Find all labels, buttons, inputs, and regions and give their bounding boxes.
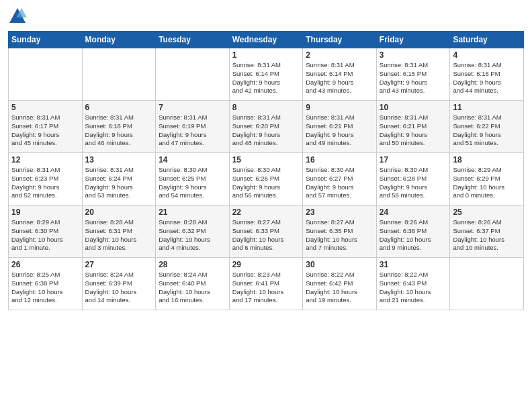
day-info: Sunrise: 8:31 AM Sunset: 6:14 PM Dayligh…	[306, 61, 373, 95]
day-info: Sunrise: 8:22 AM Sunset: 6:42 PM Dayligh…	[306, 271, 373, 305]
calendar-cell: 9Sunrise: 8:31 AM Sunset: 6:21 PM Daylig…	[303, 101, 377, 153]
calendar-cell: 10Sunrise: 8:31 AM Sunset: 6:21 PM Dayli…	[376, 101, 450, 153]
calendar-cell: 30Sunrise: 8:22 AM Sunset: 6:42 PM Dayli…	[303, 258, 377, 310]
week-row-0: 1Sunrise: 8:31 AM Sunset: 6:14 PM Daylig…	[9, 48, 524, 101]
logo	[8, 7, 30, 26]
day-number: 13	[85, 155, 153, 165]
day-info: Sunrise: 8:28 AM Sunset: 6:32 PM Dayligh…	[159, 218, 226, 253]
calendar-cell: 4Sunrise: 8:31 AM Sunset: 6:16 PM Daylig…	[450, 48, 524, 101]
calendar: SundayMondayTuesdayWednesdayThursdayFrid…	[8, 31, 524, 310]
day-info: Sunrise: 8:31 AM Sunset: 6:16 PM Dayligh…	[453, 61, 521, 95]
day-number: 28	[159, 260, 226, 269]
day-number: 2	[306, 50, 373, 60]
calendar-cell: 3Sunrise: 8:31 AM Sunset: 6:15 PM Daylig…	[376, 48, 450, 101]
day-number: 22	[232, 208, 300, 217]
day-number: 23	[306, 208, 373, 217]
day-info: Sunrise: 8:30 AM Sunset: 6:27 PM Dayligh…	[306, 166, 373, 200]
calendar-cell: 28Sunrise: 8:24 AM Sunset: 6:40 PM Dayli…	[156, 258, 230, 310]
week-row-2: 12Sunrise: 8:31 AM Sunset: 6:23 PM Dayli…	[9, 153, 524, 205]
calendar-cell: 6Sunrise: 8:31 AM Sunset: 6:18 PM Daylig…	[82, 101, 156, 153]
calendar-cell: 22Sunrise: 8:27 AM Sunset: 6:33 PM Dayli…	[229, 205, 303, 258]
calendar-cell: 21Sunrise: 8:28 AM Sunset: 6:32 PM Dayli…	[156, 205, 230, 258]
day-info: Sunrise: 8:31 AM Sunset: 6:23 PM Dayligh…	[11, 166, 79, 200]
calendar-cell: 26Sunrise: 8:25 AM Sunset: 6:38 PM Dayli…	[9, 258, 83, 310]
day-number: 7	[159, 103, 226, 112]
day-info: Sunrise: 8:31 AM Sunset: 6:19 PM Dayligh…	[159, 113, 226, 148]
calendar-cell: 29Sunrise: 8:23 AM Sunset: 6:41 PM Dayli…	[229, 258, 303, 310]
calendar-cell: 8Sunrise: 8:31 AM Sunset: 6:20 PM Daylig…	[229, 101, 303, 153]
header	[8, 7, 524, 26]
calendar-cell: 5Sunrise: 8:31 AM Sunset: 6:17 PM Daylig…	[9, 101, 83, 153]
week-row-3: 19Sunrise: 8:29 AM Sunset: 6:30 PM Dayli…	[9, 205, 524, 258]
day-info: Sunrise: 8:26 AM Sunset: 6:37 PM Dayligh…	[453, 218, 521, 253]
weekday-sunday: Sunday	[9, 32, 83, 48]
day-info: Sunrise: 8:26 AM Sunset: 6:36 PM Dayligh…	[380, 218, 447, 253]
day-info: Sunrise: 8:31 AM Sunset: 6:18 PM Dayligh…	[85, 113, 153, 148]
day-number: 14	[159, 155, 226, 165]
calendar-cell: 13Sunrise: 8:31 AM Sunset: 6:24 PM Dayli…	[82, 153, 156, 205]
day-info: Sunrise: 8:31 AM Sunset: 6:17 PM Dayligh…	[11, 113, 79, 148]
day-number: 21	[159, 208, 226, 217]
day-number: 15	[232, 155, 300, 165]
day-number: 29	[232, 260, 300, 269]
day-info: Sunrise: 8:24 AM Sunset: 6:39 PM Dayligh…	[85, 271, 153, 305]
day-number: 3	[380, 50, 447, 60]
day-info: Sunrise: 8:31 AM Sunset: 6:24 PM Dayligh…	[85, 166, 153, 200]
logo-icon	[8, 7, 27, 26]
day-number: 26	[11, 260, 79, 269]
day-info: Sunrise: 8:31 AM Sunset: 6:22 PM Dayligh…	[453, 113, 521, 148]
calendar-cell: 25Sunrise: 8:26 AM Sunset: 6:37 PM Dayli…	[450, 205, 524, 258]
day-info: Sunrise: 8:31 AM Sunset: 6:15 PM Dayligh…	[380, 61, 447, 95]
day-number: 24	[380, 208, 447, 217]
calendar-cell: 11Sunrise: 8:31 AM Sunset: 6:22 PM Dayli…	[450, 101, 524, 153]
calendar-cell: 7Sunrise: 8:31 AM Sunset: 6:19 PM Daylig…	[156, 101, 230, 153]
weekday-tuesday: Tuesday	[156, 32, 230, 48]
page: SundayMondayTuesdayWednesdayThursdayFrid…	[0, 0, 532, 411]
day-number: 31	[380, 260, 447, 269]
calendar-cell	[156, 48, 230, 101]
day-info: Sunrise: 8:30 AM Sunset: 6:26 PM Dayligh…	[232, 166, 300, 200]
calendar-cell: 23Sunrise: 8:27 AM Sunset: 6:35 PM Dayli…	[303, 205, 377, 258]
day-info: Sunrise: 8:24 AM Sunset: 6:40 PM Dayligh…	[159, 271, 226, 305]
calendar-cell: 17Sunrise: 8:30 AM Sunset: 6:28 PM Dayli…	[376, 153, 450, 205]
day-info: Sunrise: 8:31 AM Sunset: 6:21 PM Dayligh…	[306, 113, 373, 148]
calendar-cell: 16Sunrise: 8:30 AM Sunset: 6:27 PM Dayli…	[303, 153, 377, 205]
calendar-cell: 15Sunrise: 8:30 AM Sunset: 6:26 PM Dayli…	[229, 153, 303, 205]
calendar-cell	[450, 258, 524, 310]
day-number: 12	[11, 155, 79, 165]
weekday-friday: Friday	[376, 32, 450, 48]
day-number: 19	[11, 208, 79, 217]
weekday-thursday: Thursday	[303, 32, 377, 48]
weekday-monday: Monday	[82, 32, 156, 48]
weekday-saturday: Saturday	[450, 32, 524, 48]
day-info: Sunrise: 8:29 AM Sunset: 6:29 PM Dayligh…	[453, 166, 521, 200]
calendar-cell: 20Sunrise: 8:28 AM Sunset: 6:31 PM Dayli…	[82, 205, 156, 258]
day-info: Sunrise: 8:31 AM Sunset: 6:14 PM Dayligh…	[232, 61, 300, 95]
calendar-cell: 24Sunrise: 8:26 AM Sunset: 6:36 PM Dayli…	[376, 205, 450, 258]
day-number: 5	[11, 103, 79, 112]
day-info: Sunrise: 8:31 AM Sunset: 6:20 PM Dayligh…	[232, 113, 300, 148]
day-info: Sunrise: 8:25 AM Sunset: 6:38 PM Dayligh…	[11, 271, 79, 305]
day-info: Sunrise: 8:23 AM Sunset: 6:41 PM Dayligh…	[232, 271, 300, 305]
day-number: 30	[306, 260, 373, 269]
day-number: 25	[453, 208, 521, 217]
day-info: Sunrise: 8:27 AM Sunset: 6:33 PM Dayligh…	[232, 218, 300, 253]
day-number: 18	[453, 155, 521, 165]
calendar-cell: 19Sunrise: 8:29 AM Sunset: 6:30 PM Dayli…	[9, 205, 83, 258]
weekday-wednesday: Wednesday	[229, 32, 303, 48]
calendar-cell	[82, 48, 156, 101]
day-number: 10	[380, 103, 447, 112]
week-row-1: 5Sunrise: 8:31 AM Sunset: 6:17 PM Daylig…	[9, 101, 524, 153]
day-number: 1	[232, 50, 300, 60]
calendar-cell	[9, 48, 83, 101]
day-number: 9	[306, 103, 373, 112]
calendar-cell: 18Sunrise: 8:29 AM Sunset: 6:29 PM Dayli…	[450, 153, 524, 205]
day-info: Sunrise: 8:29 AM Sunset: 6:30 PM Dayligh…	[11, 218, 79, 253]
calendar-cell: 12Sunrise: 8:31 AM Sunset: 6:23 PM Dayli…	[9, 153, 83, 205]
day-info: Sunrise: 8:30 AM Sunset: 6:28 PM Dayligh…	[380, 166, 447, 200]
day-number: 4	[453, 50, 521, 60]
day-info: Sunrise: 8:28 AM Sunset: 6:31 PM Dayligh…	[85, 218, 153, 253]
day-number: 27	[85, 260, 153, 269]
calendar-cell: 27Sunrise: 8:24 AM Sunset: 6:39 PM Dayli…	[82, 258, 156, 310]
day-number: 6	[85, 103, 153, 112]
